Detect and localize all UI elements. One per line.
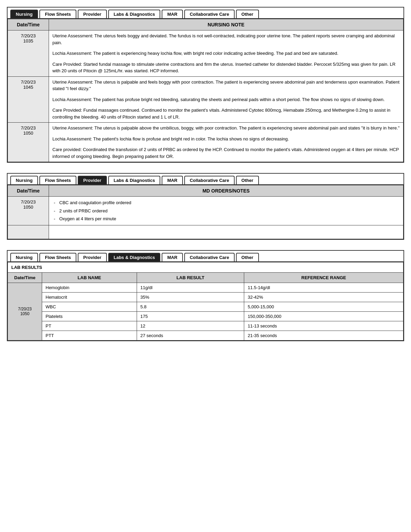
date-cell: 7/20/231035: [8, 30, 49, 77]
note-paragraph: Care Provided: Started fundal massage to…: [52, 61, 400, 74]
table-row: PTT27 seconds21-35 seconds: [8, 331, 403, 340]
note-paragraph: Uterine Assessment: The uterus feels bog…: [52, 33, 400, 46]
lab-results-table: LAB RESULTS Date/Time LAB NAME LAB RESUL…: [8, 262, 403, 341]
note-paragraph: Lochia Assessment: The patient's lochia …: [52, 136, 400, 143]
tab-nursing-2[interactable]: Nursing: [10, 176, 38, 184]
note-paragraph: Care Provided: Fundal massages continued…: [52, 107, 400, 120]
lab-result-cell: 5.8: [137, 302, 244, 311]
nursing-note-table: Date/Time NURSING NOTE 7/20/231035Uterin…: [8, 19, 403, 162]
table-row: 7/20/231050CBC and coagulation profile o…: [8, 197, 403, 225]
lab-result-cell: 12: [137, 321, 244, 331]
lab-results-title: LAB RESULTS: [8, 262, 403, 272]
table-row: WBC5.85,000-15,000: [8, 302, 403, 311]
col-header-date-2: Date/Time: [8, 185, 49, 197]
lab-range-cell: 32-42%: [244, 292, 403, 302]
nursing-note-section: Nursing Flow Sheets Provider Labs & Diag…: [7, 7, 404, 163]
lab-range-cell: 11.5-14g/dl: [244, 283, 403, 292]
tab-mar-3[interactable]: MAR: [162, 253, 183, 261]
lab-col-date: Date/Time: [8, 272, 42, 283]
tab-nursing-1[interactable]: Nursing: [10, 10, 38, 18]
lab-result-cell: 11g/dl: [137, 283, 244, 292]
lab-range-cell: 150,000-350,000: [244, 311, 403, 321]
date-cell: 7/20/231050: [8, 283, 42, 340]
lab-name-cell: PT: [42, 321, 137, 331]
note-content-cell: Uterine Assessment: The uterus is palpab…: [49, 123, 403, 162]
tab-other-3[interactable]: Other: [236, 253, 259, 261]
date-cell: 7/20/231045: [8, 76, 49, 123]
md-orders-table: Date/Time MD ORDERS/NOTES 7/20/231050CBC…: [8, 185, 403, 239]
orders-content-cell: CBC and coagulation profile ordered2 uni…: [49, 197, 403, 225]
col-header-title-2: MD ORDERS/NOTES: [49, 185, 403, 197]
provider-note-section: Nursing Flow Sheets Provider Labs & Diag…: [7, 173, 404, 240]
table-row: Platelets175150,000-350,000: [8, 311, 403, 321]
table-row: [8, 225, 403, 239]
lab-range-cell: 21-35 seconds: [244, 331, 403, 340]
lab-col-range: REFERENCE RANGE: [244, 272, 403, 283]
lab-name-cell: Hematocrit: [42, 292, 137, 302]
tab-collaborative-2[interactable]: Collaborative Care: [184, 176, 235, 184]
tab-other-1[interactable]: Other: [236, 10, 259, 18]
tab-other-2[interactable]: Other: [236, 176, 259, 184]
tab-nursing-3[interactable]: Nursing: [10, 253, 38, 261]
note-paragraph: Uterine Assessment: The uterus is palpab…: [52, 125, 400, 132]
tab-bar-2: Nursing Flow Sheets Provider Labs & Diag…: [8, 174, 403, 185]
lab-col-name: LAB NAME: [42, 272, 137, 283]
note-paragraph: Lochia Assessment: The patient is experi…: [52, 50, 400, 57]
lab-result-cell: 27 seconds: [137, 331, 244, 340]
table-row: PT1211-13 seconds: [8, 321, 403, 331]
note-content-cell: Uterine Assessment: The uterus feels bog…: [49, 30, 403, 77]
note-content-cell: Uterine Assessment: The uterus is palpab…: [49, 76, 403, 123]
lab-name-cell: Hemoglobin: [42, 283, 137, 292]
lab-name-cell: PTT: [42, 331, 137, 340]
tab-collaborative-3[interactable]: Collaborative Care: [184, 253, 235, 261]
note-paragraph: Care provided: Coordinated the transfusi…: [52, 146, 400, 160]
tab-provider-2[interactable]: Provider: [78, 176, 107, 184]
lab-col-result: LAB RESULT: [137, 272, 244, 283]
table-row: 7/20/231045Uterine Assessment: The uteru…: [8, 76, 403, 123]
tab-provider-1[interactable]: Provider: [78, 10, 107, 18]
tab-provider-3[interactable]: Provider: [78, 253, 107, 261]
lab-name-cell: Platelets: [42, 311, 137, 321]
tab-labs-1[interactable]: Labs & Diagnostics: [108, 10, 161, 18]
date-cell: 7/20/231050: [8, 197, 49, 225]
note-paragraph: Lochia Assessment: The patient has profu…: [52, 96, 400, 103]
note-paragraph: Uterine Assessment: The uterus is palpab…: [52, 79, 400, 92]
lab-range-cell: 5,000-15,000: [244, 302, 403, 311]
lab-result-cell: 175: [137, 311, 244, 321]
list-item: 2 units of PRBC ordered: [52, 207, 400, 215]
lab-result-cell: 35%: [137, 292, 244, 302]
tab-bar-1: Nursing Flow Sheets Provider Labs & Diag…: [8, 8, 403, 19]
table-row: 7/20/231050Uterine Assessment: The uteru…: [8, 123, 403, 162]
col-header-title-1: NURSING NOTE: [49, 19, 403, 30]
tab-flowsheets-2[interactable]: Flow Sheets: [39, 176, 76, 184]
date-cell: 7/20/231050: [8, 123, 49, 162]
table-row: Hematocrit35%32-42%: [8, 292, 403, 302]
tab-flowsheets-1[interactable]: Flow Sheets: [39, 10, 76, 18]
list-item: Oxygen at 4 liters per minute: [52, 215, 400, 223]
table-row: 7/20/231035Uterine Assessment: The uteru…: [8, 30, 403, 77]
lab-name-cell: WBC: [42, 302, 137, 311]
tab-flowsheets-3[interactable]: Flow Sheets: [39, 253, 76, 261]
tab-labs-2[interactable]: Labs & Diagnostics: [108, 176, 161, 184]
tab-bar-3: Nursing Flow Sheets Provider Labs & Diag…: [8, 251, 403, 262]
col-header-date-1: Date/Time: [8, 19, 49, 30]
lab-range-cell: 11-13 seconds: [244, 321, 403, 331]
tab-mar-2[interactable]: MAR: [162, 176, 183, 184]
tab-collaborative-1[interactable]: Collaborative Care: [184, 10, 235, 18]
lab-results-section: Nursing Flow Sheets Provider Labs & Diag…: [7, 250, 404, 341]
tab-labs-3[interactable]: Labs & Diagnostics: [108, 253, 161, 261]
tab-mar-1[interactable]: MAR: [162, 10, 183, 18]
table-row: 7/20/231050Hemoglobin11g/dl11.5-14g/dl: [8, 283, 403, 292]
list-item: CBC and coagulation profile ordered: [52, 199, 400, 207]
